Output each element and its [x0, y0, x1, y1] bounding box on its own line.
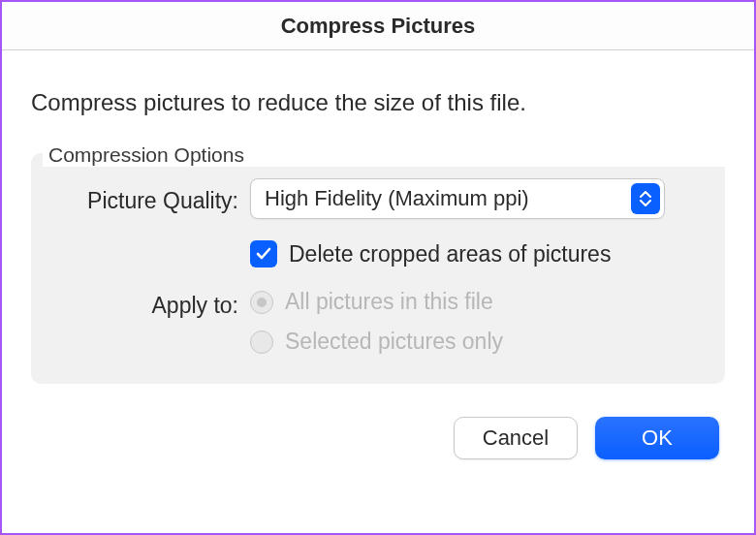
dialog-description: Compress pictures to reduce the size of … — [31, 89, 725, 116]
cancel-button[interactable]: Cancel — [454, 417, 578, 459]
picture-quality-select-wrap[interactable]: High Fidelity (Maximum ppi) — [250, 178, 665, 219]
radio-selected-pictures: Selected pictures only — [250, 329, 698, 355]
delete-cropped-label: Delete cropped areas of pictures — [289, 241, 611, 268]
ok-button[interactable]: OK — [595, 417, 719, 459]
radio-selected-pictures-label: Selected pictures only — [285, 329, 503, 355]
apply-to-row: Apply to: All pictures in this file Sele… — [58, 289, 698, 355]
delete-cropped-row: Delete cropped areas of pictures — [58, 240, 698, 268]
picture-quality-select[interactable]: High Fidelity (Maximum ppi) — [250, 178, 665, 219]
picture-quality-control: High Fidelity (Maximum ppi) — [250, 178, 698, 219]
radio-icon — [250, 291, 273, 314]
radio-all-pictures: All pictures in this file — [250, 289, 698, 315]
dialog-title: Compress Pictures — [281, 14, 476, 39]
delete-cropped-control: Delete cropped areas of pictures — [250, 240, 698, 268]
spacer — [58, 252, 250, 256]
apply-to-radio-group: All pictures in this file Selected pictu… — [250, 289, 698, 355]
dialog-content: Compress pictures to reduce the size of … — [2, 50, 754, 479]
radio-all-pictures-label: All pictures in this file — [285, 289, 493, 315]
apply-to-control: All pictures in this file Selected pictu… — [250, 289, 698, 355]
compression-options-fieldset: Compression Options Picture Quality: Hig… — [31, 143, 725, 384]
picture-quality-row: Picture Quality: High Fidelity (Maximum … — [58, 178, 698, 219]
fieldset-box: Picture Quality: High Fidelity (Maximum … — [31, 153, 725, 384]
dialog-buttons: Cancel OK — [31, 417, 725, 459]
fieldset-legend: Compression Options — [43, 143, 737, 167]
delete-cropped-checkbox[interactable]: Delete cropped areas of pictures — [250, 240, 698, 268]
picture-quality-label: Picture Quality: — [58, 184, 250, 214]
checkbox-checked-icon — [250, 240, 277, 268]
radio-icon — [250, 330, 273, 354]
titlebar: Compress Pictures — [2, 2, 754, 50]
apply-to-label: Apply to: — [58, 289, 250, 319]
